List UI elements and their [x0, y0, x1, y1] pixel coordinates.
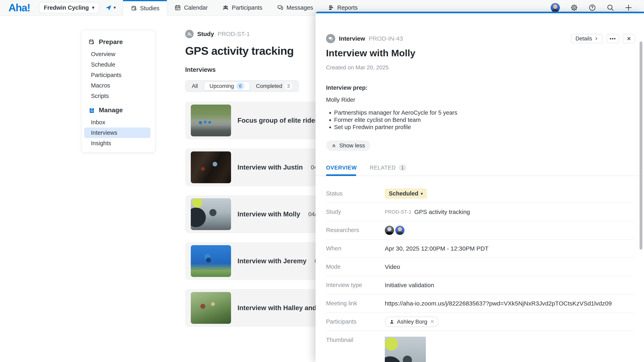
thumbnail-image[interactable]	[385, 337, 426, 362]
details-label: Details	[575, 35, 592, 42]
field-label: Mode	[326, 264, 385, 270]
sidebar-item-macros[interactable]: Macros	[84, 80, 150, 91]
show-less-button[interactable]: Show less	[326, 140, 370, 151]
researcher-avatar[interactable]	[395, 226, 404, 235]
tabs-divider	[316, 176, 644, 176]
sidebar-item-schedule[interactable]: Schedule	[84, 59, 150, 70]
aha-logo: Aha!	[8, 1, 30, 14]
clipboard-icon	[88, 107, 95, 114]
search-icon[interactable]	[606, 4, 614, 11]
tab-label: Studies	[140, 5, 160, 12]
plus-icon[interactable]	[625, 4, 632, 11]
study-icon	[185, 30, 194, 38]
field-row-mode: Mode Video	[326, 258, 634, 276]
more-options-button[interactable]: •••	[606, 34, 619, 43]
panel-actions: Details ••• ✕	[571, 34, 635, 43]
remove-participant-icon[interactable]: ✕	[430, 319, 434, 325]
sidebar-item-scripts[interactable]: Scripts	[84, 91, 150, 101]
panel-title: Interview with Molly	[326, 47, 416, 58]
gear-icon[interactable]	[570, 4, 578, 11]
interview-title: Interview with Jeremy	[238, 257, 306, 265]
interview-title: Interview with Justin	[238, 163, 303, 171]
ellipsis-icon: •••	[610, 36, 616, 41]
calendar-icon	[174, 4, 181, 11]
tab-label: OVERVIEW	[326, 165, 357, 171]
study-ref: PROD-ST-1	[385, 209, 412, 215]
show-less-label: Show less	[339, 142, 365, 149]
prep-bullet: Set up Fredwin partner profile	[334, 123, 458, 131]
count-badge: 1	[399, 164, 406, 171]
participant-chip[interactable]: Ashley Borg ✕	[385, 317, 439, 327]
tab-label: Reports	[337, 4, 358, 11]
details-button[interactable]: Details	[571, 34, 603, 43]
field-row-status: Status Scheduled ▾	[326, 185, 634, 203]
tab-overview[interactable]: OVERVIEW	[326, 164, 357, 172]
status-dropdown[interactable]: Scheduled ▾	[385, 188, 427, 199]
meeting-link[interactable]: https://aha-io.zoom.us/j/82226835637?pwd…	[385, 300, 612, 307]
panel-header: Interview PROD-IN-43 Details ••• ✕	[326, 33, 635, 44]
interview-title: Interview with Molly	[238, 210, 300, 218]
field-row-researchers: Researchers	[326, 221, 634, 240]
tab-label: RELATED	[370, 165, 396, 171]
filter-completed[interactable]: Completed 3	[251, 82, 298, 90]
sidebar-item-overview[interactable]: Overview	[84, 49, 150, 59]
interview-thumbnail	[191, 198, 231, 230]
sidebar-section-prepare: Prepare	[88, 38, 152, 46]
interview-title: Interview with Halley and	[238, 304, 316, 312]
workspace-nav-button[interactable]: ▾	[105, 4, 116, 11]
field-label: Meeting link	[326, 300, 385, 307]
studies-icon	[130, 5, 137, 12]
record-ref: PROD-ST-1	[218, 30, 250, 37]
sidebar-item-insights[interactable]: Insights	[84, 138, 150, 148]
messages-icon	[277, 4, 284, 11]
interview-thumbnail	[191, 245, 231, 277]
help-icon[interactable]	[588, 4, 596, 11]
prep-bullet: Partnerships manager for AeroCycle for 5…	[334, 109, 458, 116]
count-badge: 6	[236, 83, 244, 89]
user-avatar[interactable]	[550, 3, 560, 12]
tab-messages[interactable]: Messages	[270, 0, 320, 15]
record-type-label: Interview	[339, 35, 365, 42]
nav-actions	[550, 3, 644, 12]
field-label: Researchers	[326, 227, 385, 234]
tab-related[interactable]: RELATED 1	[370, 164, 406, 172]
created-date: Created on Mar 20, 2025	[326, 64, 388, 71]
interview-icon	[326, 34, 335, 43]
chevron-down-icon: ▾	[92, 5, 94, 10]
filter-upcoming[interactable]: Upcoming 6	[204, 82, 250, 90]
tab-label: Messages	[286, 4, 313, 11]
tab-studies[interactable]: Studies	[123, 0, 167, 15]
sidebar-item-inbox[interactable]: Inbox	[84, 117, 150, 127]
chevron-down-icon: ▾	[421, 191, 423, 196]
interview-title: Focus group of elite rider	[238, 117, 318, 124]
prep-heading: Interview prep:	[326, 84, 458, 92]
researcher-avatar[interactable]	[385, 226, 394, 235]
tab-calendar[interactable]: Calendar	[167, 0, 215, 15]
panel-scrollbar[interactable]	[640, 41, 642, 250]
count-badge: 3	[285, 83, 292, 89]
filter-label: All	[192, 83, 198, 89]
workspace-switcher[interactable]: Fredwin Cycling ▾	[39, 2, 99, 13]
field-row-thumbnail: Thumbnail	[326, 331, 634, 362]
chevrons-up-icon	[331, 143, 336, 148]
calendar-pencil-icon	[88, 39, 95, 45]
close-button[interactable]: ✕	[623, 34, 635, 43]
filter-all[interactable]: All	[186, 82, 203, 90]
status-value: Scheduled	[389, 190, 418, 197]
active-tab-indicator	[326, 174, 356, 176]
app: Aha! Fredwin Cycling ▾ ▾ Studies	[0, 0, 644, 362]
sidebar-item-interviews[interactable]: Interviews	[84, 127, 150, 138]
field-label: Participants	[326, 318, 385, 325]
prep-name: Molly Rider	[326, 96, 458, 104]
field-row-when: When Apr 30, 2025 12:00PM - 12:30PM PDT	[326, 240, 634, 258]
study-sidebar: Prepare Overview Schedule Participants M…	[81, 30, 156, 153]
filter-label: Completed	[256, 83, 282, 89]
person-icon	[389, 319, 394, 324]
chevron-right-icon	[594, 36, 598, 41]
sidebar-item-participants[interactable]: Participants	[84, 70, 150, 80]
interview-date: 04/	[308, 211, 316, 218]
interview-detail-panel: Interview PROD-IN-43 Details ••• ✕ Inter…	[316, 12, 644, 362]
participants-icon	[222, 4, 229, 11]
tab-participants[interactable]: Participants	[215, 0, 270, 15]
study-link[interactable]: GPS activity tracking	[414, 209, 470, 215]
